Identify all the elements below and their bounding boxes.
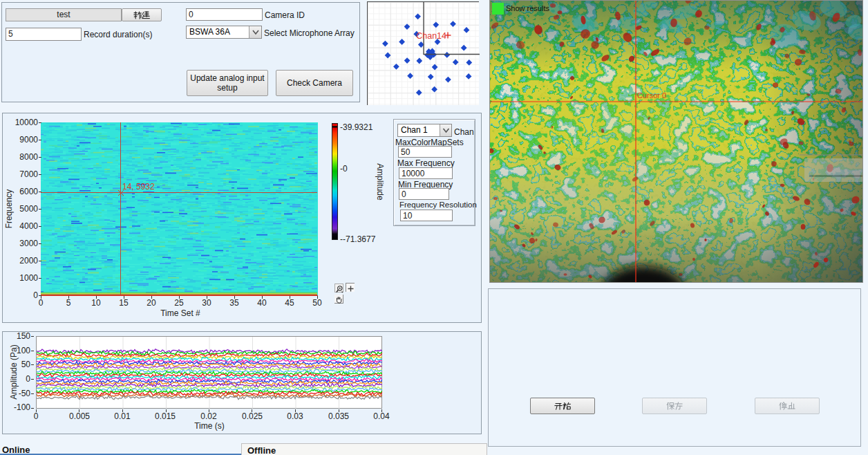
- svg-text:Show results: Show results: [506, 4, 549, 12]
- svg-text:Cursor 0: Cursor 0: [637, 91, 666, 100]
- svg-text:Chan14: Chan14: [416, 31, 446, 41]
